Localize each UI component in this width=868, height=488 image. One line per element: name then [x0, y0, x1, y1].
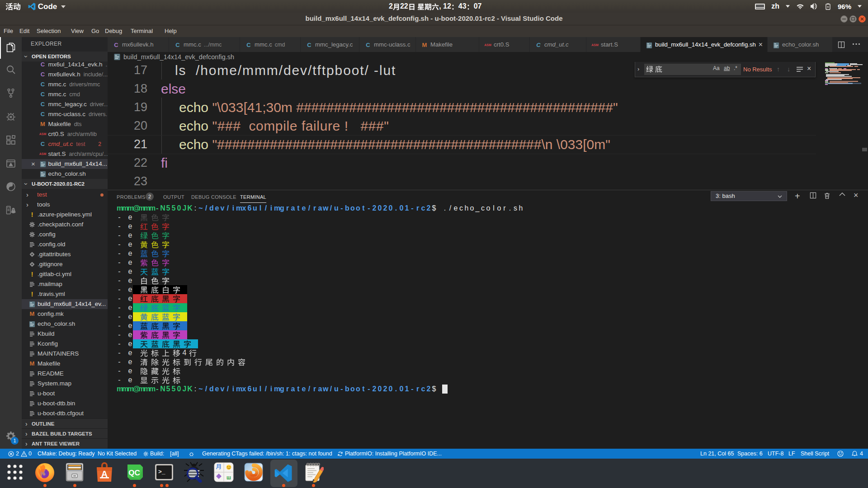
- svg-text:QC: QC: [128, 469, 140, 477]
- svg-text:>_: >_: [158, 469, 165, 475]
- svg-text:ш: ш: [226, 474, 231, 481]
